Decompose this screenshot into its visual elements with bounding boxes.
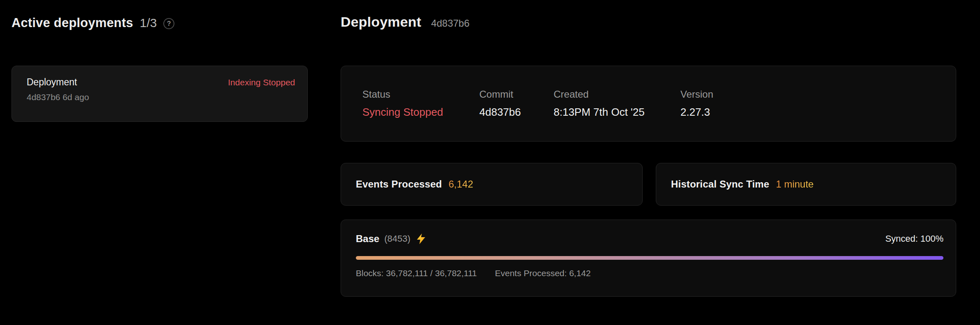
created-field: Created 8:13PM 7th Oct '25 xyxy=(554,89,680,119)
version-label: Version xyxy=(680,89,939,100)
help-icon[interactable]: ? xyxy=(163,18,174,29)
commit-field: Commit 4d837b6 xyxy=(479,89,554,119)
chain-stats-row: Blocks: 36,782,111 / 36,782,111 Events P… xyxy=(356,268,943,278)
active-deployments-panel: Active deployments 1/3 ? Deployment Inde… xyxy=(11,14,308,32)
status-label: Status xyxy=(362,89,479,100)
deployment-list-item[interactable]: Deployment Indexing Stopped 4d837b6 6d a… xyxy=(11,66,308,122)
created-value: 8:13PM 7th Oct '25 xyxy=(554,106,680,119)
events-processed-label: Events Processed xyxy=(356,179,442,190)
chain-name: Base xyxy=(356,233,379,245)
deployment-detail-panel: Deployment 4d837b6 Status Syncing Stoppe… xyxy=(341,14,956,32)
historical-sync-time-card: Historical Sync Time 1 minute xyxy=(656,163,956,206)
commit-label: Commit xyxy=(479,89,554,100)
deployment-detail-heading: Deployment 4d837b6 xyxy=(341,14,956,32)
active-deployments-heading: Active deployments 1/3 ? xyxy=(11,14,308,32)
version-value: 2.27.3 xyxy=(680,106,939,119)
lightning-icon xyxy=(416,233,426,244)
deployment-item-row: Deployment Indexing Stopped xyxy=(27,77,295,88)
panel-title: Active deployments xyxy=(11,16,133,30)
chain-sync-card: Base (8453) Synced: 100% xyxy=(341,220,956,297)
deployments-dashboard: Active deployments 1/3 ? Deployment Inde… xyxy=(0,0,980,325)
chain-header-row: Base (8453) Synced: 100% xyxy=(356,233,943,245)
detail-title: Deployment xyxy=(341,14,421,30)
deployments-count: 1/3 xyxy=(140,16,157,30)
deployment-item-name: Deployment xyxy=(27,77,77,88)
chain-id: (8453) xyxy=(384,233,410,244)
synced-percent: Synced: 100% xyxy=(885,233,943,244)
events-processed-value: 6,142 xyxy=(449,179,473,190)
historical-sync-time-label: Historical Sync Time xyxy=(671,179,769,190)
created-label: Created xyxy=(554,89,680,100)
version-field: Version 2.27.3 xyxy=(680,89,939,119)
sync-progress-fill xyxy=(356,256,943,260)
deployment-item-status-badge: Indexing Stopped xyxy=(228,78,295,87)
deployment-item-meta: 4d837b6 6d ago xyxy=(27,92,295,102)
sync-progress-bar xyxy=(356,256,943,260)
status-field: Status Syncing Stopped xyxy=(362,89,479,119)
historical-sync-time-value: 1 minute xyxy=(776,179,814,190)
overview-card: Status Syncing Stopped Commit 4d837b6 Cr… xyxy=(341,66,956,142)
commit-value: 4d837b6 xyxy=(479,106,554,119)
status-value: Syncing Stopped xyxy=(362,106,479,119)
events-processed-card: Events Processed 6,142 xyxy=(341,163,643,206)
chain-events-stat: Events Processed: 6,142 xyxy=(495,268,591,278)
blocks-stat: Blocks: 36,782,111 / 36,782,111 xyxy=(356,268,477,278)
detail-commit-hash: 4d837b6 xyxy=(431,18,469,29)
